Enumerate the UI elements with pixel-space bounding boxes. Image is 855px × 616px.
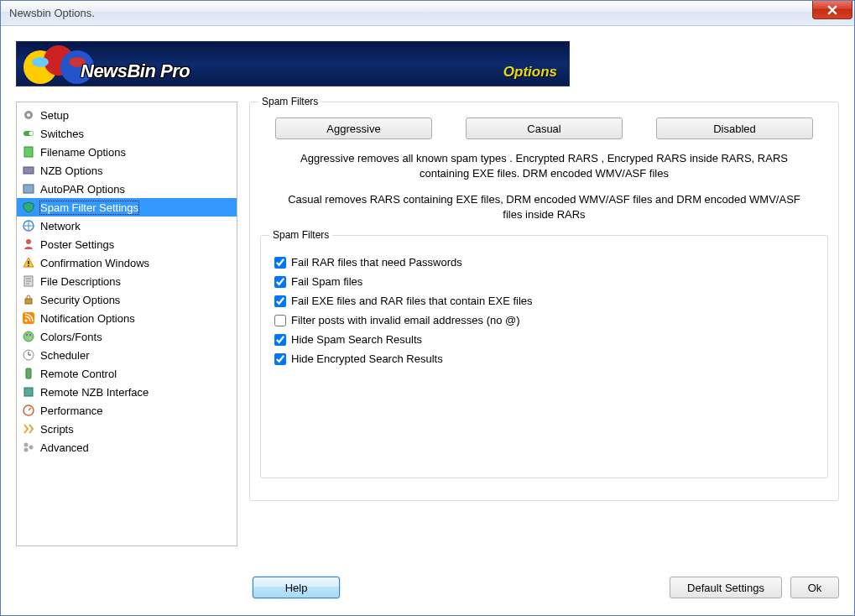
sidebar-item-label: Notification Options [40, 312, 135, 325]
sidebar-item-security-options[interactable]: Security Options [17, 290, 237, 309]
check-row: Fail Spam files [273, 272, 817, 291]
sidebar-item-filename-options[interactable]: Filename Options [17, 143, 237, 161]
sidebar-item-label: Setup [40, 109, 69, 122]
sidebar: SetupSwitchesFilename OptionsNZB Options… [16, 102, 237, 546]
check-label: Filter posts with invalid email addresse… [291, 314, 520, 326]
banner-options-label: Options [503, 64, 557, 81]
checkbox[interactable] [274, 295, 286, 307]
svg-point-20 [25, 320, 28, 322]
check-label: Hide Spam Search Results [291, 333, 422, 346]
svg-rect-27 [24, 388, 33, 396]
checkbox[interactable] [274, 334, 286, 346]
performance-icon [22, 404, 35, 417]
sidebar-item-scripts[interactable]: Scripts [17, 420, 237, 438]
gear-icon [22, 108, 35, 122]
sidebar-item-network[interactable]: Network [17, 217, 237, 235]
check-label: Hide Encrypted Search Results [291, 352, 443, 365]
casual-button[interactable]: Casual [466, 117, 623, 139]
ok-button[interactable]: Ok [790, 577, 839, 598]
close-button[interactable] [812, 1, 852, 19]
sidebar-item-label: Network [40, 220, 81, 232]
main-panel: Spam Filters Aggressive Casual Disabled … [249, 102, 839, 600]
sidebar-item-label: Scheduler [40, 349, 90, 362]
sidebar-item-label: Colors/Fonts [40, 331, 102, 343]
content-area: SetupSwitchesFilename OptionsNZB Options… [16, 102, 839, 600]
sidebar-item-file-descriptions[interactable]: File Descriptions [17, 272, 237, 290]
svg-point-24 [29, 337, 31, 339]
checkbox[interactable] [274, 315, 286, 326]
sidebar-item-label: Switches [40, 128, 84, 140]
casual-description: Casual removes RARS containing EXE files… [277, 192, 811, 222]
sidebar-item-label: Remote NZB Interface [40, 386, 149, 399]
sidebar-item-nzb-options[interactable]: NZB Options [17, 161, 237, 180]
svg-point-3 [32, 57, 49, 67]
check-row: Hide Spam Search Results [273, 330, 817, 349]
svg-point-22 [26, 334, 28, 336]
sidebar-item-label: Remote Control [40, 368, 117, 380]
switch-icon [22, 127, 35, 140]
close-icon [827, 5, 837, 15]
sidebar-item-spam-filter-settings[interactable]: Spam Filter Settings [17, 198, 237, 217]
sidebar-item-confirmation-windows[interactable]: Confirmation Windows [17, 253, 237, 272]
svg-point-9 [29, 132, 34, 136]
sidebar-item-notification-options[interactable]: Notification Options [17, 309, 237, 327]
checkbox[interactable] [274, 276, 286, 288]
aggressive-description: Aggressive removes all known spam types … [277, 151, 811, 180]
spam-filters-group: Spam Filters Aggressive Casual Disabled … [249, 102, 839, 501]
preset-row: Aggressive Casual Disabled [260, 117, 828, 139]
checks-group-title: Spam Filters [269, 229, 332, 241]
checkbox[interactable] [274, 257, 286, 269]
sidebar-item-remote-nzb-interface[interactable]: Remote NZB Interface [17, 383, 237, 401]
svg-rect-18 [25, 299, 32, 304]
sidebar-item-remote-control[interactable]: Remote Control [17, 364, 237, 383]
shield-icon [22, 201, 35, 214]
checklist: Fail RAR files that need PasswordsFail S… [271, 251, 817, 370]
sidebar-item-label: Scripts [40, 423, 74, 436]
svg-rect-15 [28, 261, 29, 264]
sidebar-item-performance[interactable]: Performance [17, 401, 237, 420]
sidebar-item-label: Poster Settings [40, 238, 114, 251]
nzb-icon [22, 164, 35, 177]
autopar-icon [22, 182, 35, 196]
banner-brand: NewsBin Pro [81, 60, 190, 82]
help-button[interactable]: Help [253, 577, 340, 598]
sidebar-item-advanced[interactable]: Advanced [17, 438, 237, 457]
check-row: Filter posts with invalid email addresse… [273, 311, 817, 330]
check-label: Fail Spam files [291, 275, 362, 288]
default-settings-button[interactable]: Default Settings [670, 577, 782, 598]
sidebar-item-switches[interactable]: Switches [17, 124, 237, 143]
sidebar-item-scheduler[interactable]: Scheduler [17, 346, 237, 364]
aggressive-button[interactable]: Aggressive [275, 117, 432, 139]
sidebar-item-setup[interactable]: Setup [17, 106, 237, 124]
advanced-icon [22, 441, 35, 454]
group-title: Spam Filters [258, 96, 321, 107]
clock-icon [22, 348, 35, 362]
checkbox[interactable] [274, 353, 286, 365]
svg-point-28 [24, 443, 29, 447]
svg-rect-26 [26, 368, 31, 378]
sidebar-item-label: Advanced [40, 441, 89, 454]
svg-point-23 [29, 334, 31, 336]
sidebar-item-label: Performance [40, 405, 102, 417]
sidebar-item-poster-settings[interactable]: Poster Settings [17, 235, 237, 253]
lock-icon [22, 293, 35, 306]
sidebar-item-autopar-options[interactable]: AutoPAR Options [17, 180, 237, 198]
sidebar-item-label: Security Options [40, 294, 120, 306]
palette-icon [22, 330, 35, 343]
sidebar-item-label: File Descriptions [40, 275, 121, 288]
file-icon [22, 274, 35, 288]
sidebar-item-colors-fonts[interactable]: Colors/Fonts [17, 327, 237, 346]
svg-point-30 [24, 448, 29, 452]
svg-point-7 [27, 113, 30, 117]
svg-rect-16 [28, 265, 29, 266]
disabled-button[interactable]: Disabled [656, 117, 813, 139]
sidebar-item-label: Spam Filter Settings [40, 201, 138, 214]
svg-rect-11 [23, 167, 34, 174]
banner: NewsBin Pro Options [16, 41, 570, 86]
check-label: Fail RAR files that need Passwords [291, 256, 462, 269]
svg-point-21 [23, 331, 34, 342]
warning-icon [22, 256, 35, 269]
check-label: Fail EXE files and RAR files that contai… [291, 295, 533, 307]
svg-rect-10 [24, 147, 33, 157]
script-icon [22, 422, 35, 436]
